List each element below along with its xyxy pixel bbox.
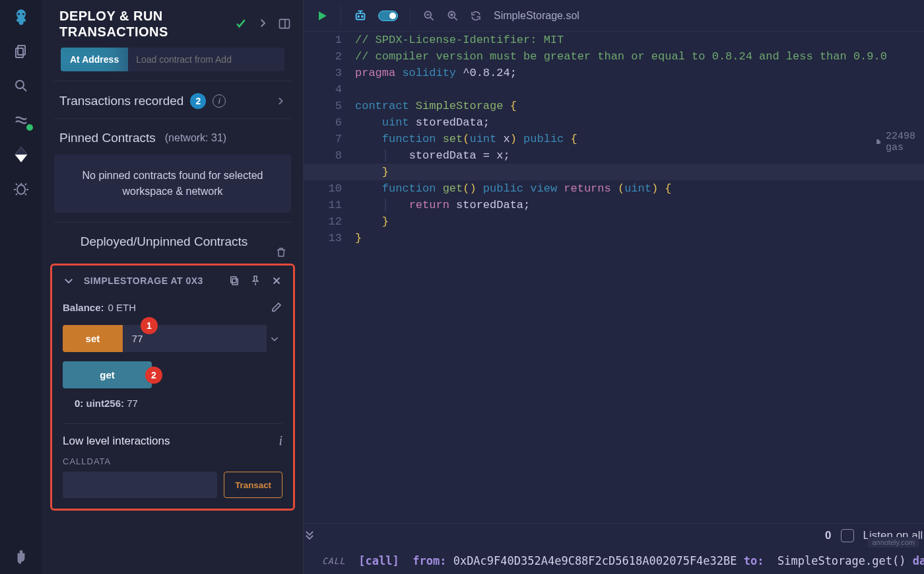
- pinned-label: Pinned Contracts: [59, 131, 156, 145]
- annotation-1: 1: [141, 317, 158, 334]
- zoom-out-icon[interactable]: [422, 9, 436, 22]
- expand-args-icon[interactable]: [267, 325, 282, 352]
- deployed-title: Deployed/Unpinned Contracts: [58, 234, 270, 249]
- chevron-right-icon[interactable]: [275, 96, 286, 106]
- svg-point-5: [17, 185, 25, 194]
- terminal-tag: CALL: [322, 556, 345, 566]
- sync-icon[interactable]: [470, 10, 482, 22]
- contract-name: SIMPLESTORAGE AT 0X3: [84, 275, 203, 286]
- transact-button[interactable]: Transact: [224, 472, 282, 498]
- panel-layout-icon[interactable]: [278, 17, 291, 30]
- debugger-icon[interactable]: [12, 180, 30, 198]
- tx-count-badge: 2: [190, 93, 206, 109]
- svg-point-1: [22, 13, 24, 15]
- terminal-row[interactable]: CALL [call] from: 0xDAc9F40D352A4e9C88F2…: [315, 548, 924, 574]
- pinned-empty-box: No pinned contracts found for selected w…: [54, 155, 291, 213]
- edit-icon[interactable]: [271, 301, 282, 313]
- calldata-input[interactable]: [63, 472, 217, 498]
- remix-logo[interactable]: [12, 8, 30, 26]
- svg-point-0: [18, 13, 20, 15]
- fn-set-button[interactable]: set: [63, 325, 123, 352]
- chevron-down-icon[interactable]: [63, 275, 75, 287]
- lli-label: Low level interactions: [63, 435, 170, 448]
- info-icon[interactable]: i: [279, 433, 282, 448]
- editor-filename: SimpleStorage.sol: [494, 10, 579, 22]
- run-icon[interactable]: [315, 9, 329, 22]
- chevron-right-icon[interactable]: [257, 17, 269, 30]
- trash-icon[interactable]: [275, 246, 287, 258]
- pin-icon[interactable]: [249, 275, 261, 287]
- svg-rect-8: [231, 277, 236, 283]
- contract-card: SIMPLESTORAGE AT 0X3 Balance: 0 ETH: [50, 264, 295, 511]
- watermark: annotely.com: [868, 537, 919, 548]
- balance-label: Balance:: [63, 302, 104, 313]
- search-icon[interactable]: [12, 77, 30, 95]
- at-address-button[interactable]: At Address: [61, 48, 128, 71]
- toggle-switch[interactable]: [378, 11, 398, 21]
- zoom-in-icon[interactable]: [446, 9, 459, 22]
- calldata-label: CALLDATA: [63, 456, 282, 466]
- code-content: // SPDX-License-Identifier: MIT // compi…: [355, 32, 924, 246]
- at-address-input[interactable]: [128, 48, 284, 71]
- gas-badge-set: 22498 gas: [875, 131, 924, 153]
- close-icon[interactable]: [271, 275, 282, 287]
- svg-rect-7: [232, 279, 238, 285]
- listen-checkbox[interactable]: [841, 529, 854, 542]
- pending-count: 0: [825, 529, 831, 542]
- info-icon[interactable]: i: [213, 94, 226, 108]
- line-gutter: 12345678910111213: [304, 32, 355, 246]
- svg-rect-3: [16, 48, 23, 57]
- balance-value: 0 ETH: [108, 302, 137, 313]
- deploy-icon[interactable]: [12, 145, 30, 164]
- status-dot: [25, 123, 34, 132]
- svg-point-11: [362, 16, 363, 17]
- svg-rect-2: [18, 46, 25, 55]
- panel-title: DEPLOY & RUN TRANSACTIONS: [59, 8, 234, 40]
- robot-icon[interactable]: [353, 9, 368, 23]
- annotation-2: 2: [145, 367, 162, 384]
- check-icon[interactable]: [234, 17, 248, 30]
- compiler-icon[interactable]: [12, 111, 30, 129]
- fn-get-output: 0: uint256: 77: [75, 398, 282, 409]
- fn-get-button[interactable]: get: [63, 361, 152, 388]
- copy-icon[interactable]: [228, 275, 240, 287]
- plugin-icon[interactable]: [12, 548, 30, 566]
- pinned-network: (network: 31): [165, 132, 226, 144]
- files-icon[interactable]: [12, 42, 30, 61]
- svg-point-4: [16, 81, 24, 89]
- terminal-text: [call] from: 0xDAc9F40D352A4e9C88F2cD561…: [358, 554, 924, 567]
- code-editor[interactable]: 12345678910111213 // SPDX-License-Identi…: [304, 32, 924, 523]
- svg-point-10: [358, 16, 359, 17]
- collapse-terminal-icon[interactable]: [304, 524, 315, 574]
- tx-recorded-label: Transactions recorded: [59, 94, 183, 108]
